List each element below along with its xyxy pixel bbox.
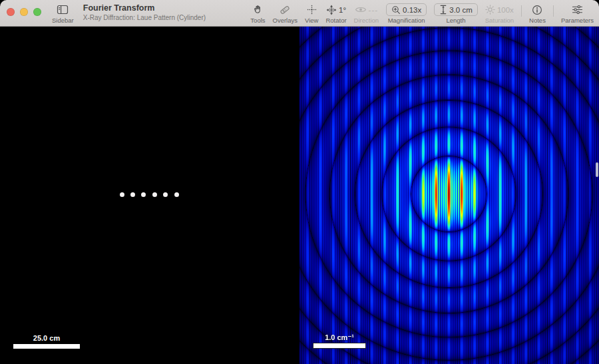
aperture-dot: [120, 192, 124, 197]
toolbar-item-label: Magnification: [388, 17, 425, 24]
toolbar-item-label: Notes: [529, 17, 546, 24]
aperture-dot: [141, 192, 146, 197]
titlebar: Sidebar Fourier Transform X-Ray Diffract…: [0, 0, 599, 27]
toolbar-item-label: Direction: [354, 17, 379, 24]
aperture-dot: [152, 192, 157, 197]
toolbar-item-label: Overlays: [273, 17, 298, 24]
rotator-control[interactable]: 1° Rotator: [325, 3, 346, 24]
toolbar-item-label: Rotator: [325, 17, 346, 24]
sidebar-icon: [57, 5, 69, 15]
aperture-dot: [174, 192, 179, 197]
tools-button[interactable]: Tools: [250, 3, 265, 24]
right-scale-label: 1.0 cm⁻¹: [300, 333, 379, 342]
overlays-button[interactable]: Overlays: [273, 3, 298, 24]
saturation-value: 100x: [497, 6, 514, 14]
real-space-view[interactable]: 25.0 cm: [0, 27, 300, 364]
zoom-button[interactable]: [33, 8, 41, 16]
magnification-chip[interactable]: 0.13x: [386, 3, 427, 16]
sliders-icon: [572, 5, 583, 15]
move-arrows-icon: [326, 5, 337, 15]
window-subtitle: X-Ray Diffraction: Laue Pattern (Cylinde…: [83, 14, 206, 21]
eye-icon: [355, 5, 367, 14]
toolbar: Tools Overlays: [250, 0, 594, 24]
dotted-crosshair-icon: [307, 5, 317, 15]
toolbar-item-label: Length: [446, 17, 465, 24]
vertical-scrollbar-thumb[interactable]: [596, 162, 598, 177]
length-chip[interactable]: 3.0 cm: [434, 3, 478, 16]
toolbar-item-label: Tools: [250, 17, 265, 24]
magnifier-icon: [391, 5, 401, 15]
toolbar-item-label: Saturation: [485, 17, 514, 24]
notes-button[interactable]: Notes: [529, 3, 546, 24]
direction-value: ---: [369, 6, 379, 14]
length-control[interactable]: 3.0 cm Length: [434, 3, 478, 24]
info-icon: [532, 5, 542, 15]
right-scale-bar: [313, 343, 366, 349]
saturation-control: 100x Saturation: [485, 3, 514, 24]
magnification-control[interactable]: 0.13x Magnification: [386, 3, 427, 24]
sun-icon: [485, 5, 495, 15]
hand-tool-icon: [252, 4, 263, 15]
aperture-dot: [130, 192, 135, 197]
window-title: Fourier Transform: [83, 4, 206, 13]
left-scale-label: 25.0 cm: [13, 334, 80, 342]
magnification-value: 0.13x: [403, 6, 421, 14]
length-arrow-icon: [439, 5, 447, 15]
view-button[interactable]: View: [305, 3, 318, 24]
toolbar-item-label: Parameters: [561, 17, 594, 24]
content-area: 25.0 cm 1.0 cm⁻¹: [0, 27, 599, 364]
left-scale-bar: [13, 344, 80, 349]
close-button[interactable]: [7, 8, 15, 16]
diffraction-canvas[interactable]: [300, 27, 599, 364]
eraser-icon: [279, 5, 291, 15]
rotator-value: 1°: [339, 6, 346, 14]
minimize-button[interactable]: [20, 8, 28, 16]
sidebar-button-label: Sidebar: [52, 17, 74, 24]
direction-control: --- Direction: [354, 3, 379, 24]
sidebar-toggle-button[interactable]: Sidebar: [52, 3, 74, 24]
diffraction-view[interactable]: 1.0 cm⁻¹: [300, 27, 599, 364]
traffic-lights: [7, 1, 41, 23]
parameters-button[interactable]: Parameters: [561, 3, 594, 24]
toolbar-item-label: View: [305, 17, 318, 24]
aperture-dot: [163, 192, 168, 197]
toolbar-separator: [553, 5, 554, 17]
toolbar-separator: [521, 5, 522, 17]
window-title-block: Fourier Transform X-Ray Diffraction: Lau…: [83, 4, 206, 21]
app-window: Sidebar Fourier Transform X-Ray Diffract…: [0, 0, 599, 364]
length-value: 3.0 cm: [449, 6, 473, 14]
